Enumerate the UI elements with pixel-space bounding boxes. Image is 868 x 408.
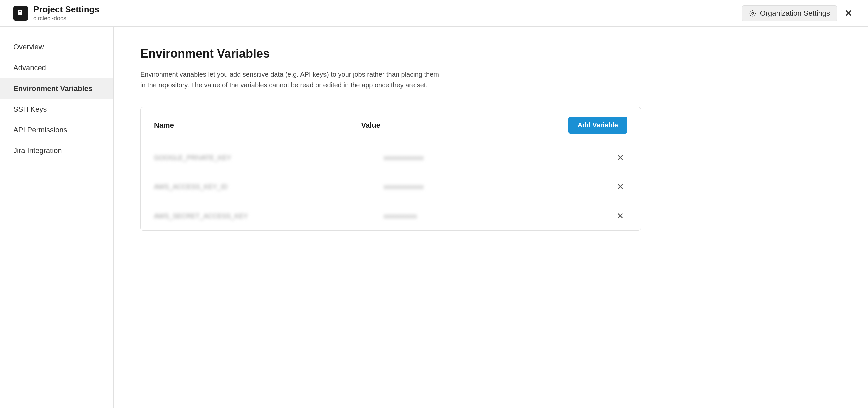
svg-rect-0 [18, 10, 22, 16]
sidebar-item-overview[interactable]: Overview [0, 37, 113, 57]
sidebar: Overview Advanced Environment Variables … [0, 27, 114, 408]
delete-env-var-3-button[interactable]: ✕ [613, 210, 627, 222]
sidebar-item-environment-variables[interactable]: Environment Variables [0, 78, 113, 99]
page-title: Environment Variables [140, 47, 841, 61]
sidebar-item-label: Environment Variables [13, 84, 92, 93]
delete-env-var-1-button[interactable]: ✕ [613, 152, 627, 164]
svg-point-2 [752, 12, 754, 14]
main-layout: Overview Advanced Environment Variables … [0, 27, 868, 408]
add-variable-button[interactable]: Add Variable [568, 117, 627, 134]
col-value-header: Value [361, 121, 568, 130]
svg-rect-1 [19, 11, 21, 12]
sidebar-item-label: API Permissions [13, 126, 67, 134]
header-right: Organization Settings ✕ [742, 5, 855, 21]
sidebar-item-api-permissions[interactable]: API Permissions [0, 120, 113, 140]
env-vars-table: Name Value Add Variable GOOGLE_PRIVATE_K… [140, 107, 641, 231]
env-var-value-1: xxxxxxxxxxxx [383, 154, 613, 162]
header-title-group: Project Settings circleci-docs [33, 4, 99, 22]
close-button[interactable]: ✕ [842, 6, 855, 20]
sidebar-item-advanced[interactable]: Advanced [0, 57, 113, 78]
sidebar-item-jira-integration[interactable]: Jira Integration [0, 140, 113, 161]
env-var-name-3: AWS_SECRET_ACCESS_KEY [154, 212, 383, 220]
project-settings-title: Project Settings [33, 4, 99, 15]
env-var-value-2: xxxxxxxxxxxx [383, 183, 613, 191]
page-description: Environment variables let you add sensit… [140, 69, 441, 90]
col-name-header: Name [154, 121, 361, 130]
sidebar-item-label: Overview [13, 43, 44, 52]
project-name: circleci-docs [33, 15, 99, 22]
env-var-name-2: AWS_ACCESS_KEY_ID [154, 183, 383, 191]
table-header: Name Value Add Variable [141, 107, 641, 143]
delete-env-var-2-button[interactable]: ✕ [613, 181, 627, 193]
header: Project Settings circleci-docs Organizat… [0, 0, 868, 27]
header-left: Project Settings circleci-docs [13, 4, 99, 22]
sidebar-item-label: Advanced [13, 63, 46, 72]
logo-icon [13, 6, 28, 21]
sidebar-item-label: Jira Integration [13, 146, 62, 155]
table-row: AWS_ACCESS_KEY_ID xxxxxxxxxxxx ✕ [141, 172, 641, 202]
org-settings-label: Organization Settings [760, 9, 830, 18]
env-var-value-3: xxxxxxxxxx [383, 212, 613, 220]
org-settings-button[interactable]: Organization Settings [742, 5, 837, 21]
gear-icon [749, 10, 756, 17]
table-row: GOOGLE_PRIVATE_KEY xxxxxxxxxxxx ✕ [141, 143, 641, 172]
sidebar-item-ssh-keys[interactable]: SSH Keys [0, 99, 113, 120]
main-content: Environment Variables Environment variab… [114, 27, 868, 408]
sidebar-item-label: SSH Keys [13, 105, 47, 114]
table-row: AWS_SECRET_ACCESS_KEY xxxxxxxxxx ✕ [141, 202, 641, 230]
env-var-name-1: GOOGLE_PRIVATE_KEY [154, 154, 383, 162]
